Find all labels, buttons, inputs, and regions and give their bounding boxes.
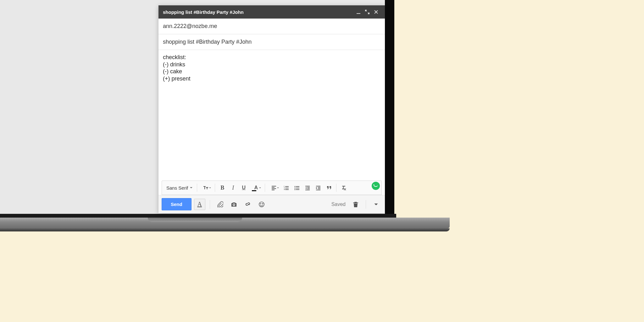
- bulleted-list-button[interactable]: [292, 183, 302, 192]
- remove-formatting-button[interactable]: [339, 183, 348, 192]
- discard-button[interactable]: [350, 199, 361, 210]
- insert-photo-button[interactable]: [228, 199, 240, 210]
- align-button[interactable]: [268, 183, 280, 192]
- status-indicator[interactable]: [372, 182, 380, 190]
- insert-emoji-button[interactable]: [256, 199, 267, 210]
- message-body[interactable]: checklist: (-) drinks (-) cake (+) prese…: [158, 50, 385, 180]
- attach-button[interactable]: [214, 199, 226, 210]
- separator: [265, 184, 265, 192]
- svg-rect-7: [305, 186, 310, 186]
- paperclip-icon: [217, 201, 223, 208]
- align-left-icon: [271, 185, 277, 191]
- compose-window: shopping list #Birthday Party #John ann.…: [158, 5, 385, 213]
- send-button[interactable]: Send: [162, 198, 192, 210]
- svg-rect-5: [296, 188, 299, 188]
- to-field[interactable]: ann.2222@nozbe.me: [158, 19, 385, 34]
- fullscreen-button[interactable]: [363, 8, 372, 16]
- indent-less-icon: [305, 185, 310, 191]
- minimize-icon: [356, 10, 361, 14]
- insert-link-button[interactable]: [242, 199, 253, 210]
- svg-rect-12: [318, 187, 320, 188]
- svg-rect-9: [307, 188, 310, 189]
- text-color-button[interactable]: A: [250, 183, 262, 192]
- minimize-button[interactable]: [354, 8, 363, 16]
- link-icon: [245, 201, 251, 208]
- chevron-down-icon: [259, 187, 261, 188]
- text-format-icon: A: [197, 201, 202, 208]
- separator: [366, 200, 366, 209]
- indent-less-button[interactable]: [303, 183, 312, 192]
- chevron-down-icon: [209, 187, 211, 188]
- quote-icon: [326, 185, 332, 191]
- svg-rect-8: [307, 187, 310, 188]
- svg-point-18: [260, 203, 261, 204]
- chevron-down-icon: [373, 201, 379, 208]
- quote-button[interactable]: [324, 183, 334, 192]
- more-options-button[interactable]: [370, 199, 382, 210]
- svg-rect-10: [305, 190, 310, 190]
- font-family-picker[interactable]: Sans Serif: [164, 184, 194, 192]
- svg-point-2: [295, 188, 296, 189]
- svg-point-3: [295, 189, 296, 190]
- chevron-down-icon: [190, 187, 192, 188]
- chevron-down-icon: [277, 187, 279, 188]
- svg-rect-6: [296, 189, 299, 190]
- svg-rect-13: [318, 188, 320, 189]
- separator: [197, 184, 197, 192]
- text-size-icon: [203, 185, 209, 191]
- underline-button[interactable]: U: [239, 183, 248, 192]
- svg-rect-14: [316, 190, 320, 190]
- font-family-label: Sans Serif: [166, 185, 188, 191]
- svg-rect-0: [357, 13, 360, 14]
- italic-button[interactable]: I: [228, 183, 238, 192]
- separator: [210, 200, 210, 209]
- action-bar: Send A Saved: [158, 195, 385, 213]
- bulleted-list-icon: [294, 185, 300, 191]
- separator: [336, 184, 336, 192]
- emoji-icon: [258, 201, 265, 208]
- close-icon: [374, 10, 378, 14]
- expand-icon: [365, 10, 369, 14]
- svg-point-19: [262, 203, 263, 204]
- numbered-list-button[interactable]: [281, 183, 291, 192]
- formatting-toggle-button[interactable]: A: [194, 199, 205, 210]
- numbered-list-icon: [283, 185, 289, 191]
- svg-point-1: [295, 186, 296, 187]
- close-button[interactable]: [372, 8, 380, 16]
- compose-titlebar: shopping list #Birthday Party #John: [158, 5, 385, 19]
- indent-more-button[interactable]: [314, 183, 323, 192]
- bold-button[interactable]: B: [218, 183, 227, 192]
- compose-title: shopping list #Birthday Party #John: [163, 9, 354, 15]
- remove-format-icon: [341, 185, 347, 191]
- camera-icon: [231, 201, 237, 208]
- subject-field[interactable]: shopping list #Birthday Party #John: [158, 34, 385, 50]
- font-size-picker[interactable]: [200, 183, 212, 192]
- indent-more-icon: [315, 185, 321, 191]
- separator: [215, 184, 215, 192]
- trash-icon: [353, 201, 359, 208]
- svg-rect-4: [296, 186, 299, 187]
- svg-rect-11: [316, 186, 320, 186]
- saved-status: Saved: [331, 202, 346, 207]
- format-toolbar: Sans Serif B I U A: [162, 180, 382, 195]
